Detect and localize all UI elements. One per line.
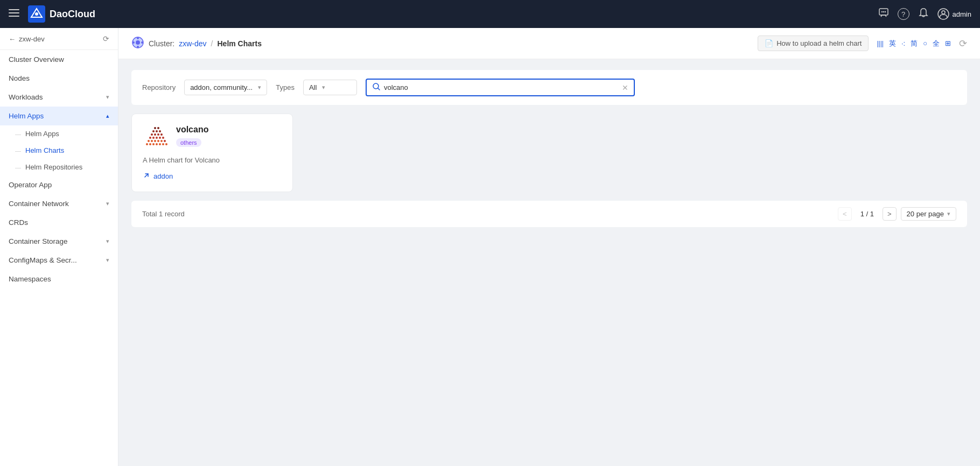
sidebar-item-helm-apps-sub[interactable]: Helm Apps (0, 125, 118, 142)
lang-icon-simplified[interactable]: 简 (909, 38, 919, 50)
svg-point-5 (35, 12, 38, 16)
pagination-controls: < 1 / 1 > 20 per page ▾ (838, 207, 956, 221)
sidebar-item-operator-app[interactable]: Operator App (0, 175, 118, 194)
lang-icon-dot[interactable]: ·: (900, 38, 907, 48)
breadcrumb-cluster-label: Cluster: (149, 39, 174, 48)
sidebar-item-workloads[interactable]: Workloads ▾ (0, 88, 118, 107)
repository-select[interactable]: addon, community... ▾ (184, 80, 267, 95)
svg-point-14 (137, 37, 139, 39)
svg-point-30 (160, 140, 163, 142)
sidebar-item-cluster-overview[interactable]: Cluster Overview (0, 50, 118, 69)
lang-icon-full[interactable]: 全 (931, 38, 941, 50)
breadcrumb: Cluster: zxw-dev / Helm Charts (131, 36, 262, 51)
sidebar-item-nodes[interactable]: Nodes (0, 69, 118, 88)
svg-point-40 (160, 133, 163, 136)
lang-icon-bars[interactable]: |||| (875, 39, 885, 48)
sidebar-label-helm-apps: Helm Apps (9, 112, 44, 120)
sidebar-label-crds: CRDs (9, 218, 28, 227)
svg-point-16 (132, 41, 135, 44)
svg-point-13 (136, 40, 140, 45)
next-page-button[interactable]: > (883, 207, 897, 221)
help-icon[interactable]: ? (898, 8, 909, 20)
chat-icon[interactable] (878, 8, 889, 21)
pagination-bar: Total 1 record < 1 / 1 > 20 per page ▾ (131, 201, 967, 227)
search-clear-button[interactable]: ✕ (622, 83, 628, 92)
top-navigation: DaoCloud ? admin (0, 0, 980, 28)
sidebar-item-helm-charts[interactable]: Helm Charts (0, 142, 118, 159)
types-chevron-icon: ▾ (322, 84, 325, 91)
repo-link-icon (143, 172, 150, 181)
doc-icon: 📄 (765, 39, 773, 47)
svg-point-27 (151, 140, 153, 142)
search-icon (372, 82, 381, 93)
charts-grid: volcano others A Helm chart for Volcano (131, 114, 967, 192)
upload-helm-link[interactable]: 📄 How to upload a helm chart (758, 36, 869, 51)
svg-point-36 (162, 137, 164, 139)
repo-chevron-icon: ▾ (258, 84, 261, 91)
sidebar-label-container-storage: Container Storage (9, 237, 68, 245)
breadcrumb-cluster-name[interactable]: zxw-dev (179, 39, 206, 48)
per-page-label: 20 per page (907, 210, 944, 218)
lang-icon-circle[interactable]: ○ (921, 38, 929, 48)
sidebar-item-helm-repositories[interactable]: Helm Repositories (0, 159, 118, 175)
sidebar-label-container-network: Container Network (9, 200, 69, 208)
svg-point-26 (148, 140, 150, 142)
content-area: Repository addon, community... ▾ Types A… (118, 59, 980, 238)
types-select[interactable]: All ▾ (303, 80, 357, 95)
chevron-up-icon: ▴ (106, 112, 109, 119)
chart-card-volcano[interactable]: volcano others A Helm chart for Volcano (131, 114, 293, 192)
card-footer: addon (143, 172, 282, 181)
brand-name: DaoCloud (50, 9, 95, 20)
svg-point-42 (156, 130, 158, 132)
chevron-down-icon-network: ▾ (106, 200, 109, 207)
breadcrumb-separator: / (211, 39, 213, 48)
chevron-down-icon-storage: ▾ (106, 238, 109, 245)
sidebar-label-namespaces: Namespaces (9, 275, 51, 283)
sidebar-label-operator-app: Operator App (9, 181, 52, 189)
brand-logo[interactable]: DaoCloud (28, 5, 95, 23)
cluster-name: zxw-dev (19, 35, 45, 43)
search-box[interactable]: ✕ (366, 79, 635, 96)
chevron-down-icon-config: ▾ (106, 257, 109, 264)
svg-point-20 (149, 143, 151, 145)
per-page-select[interactable]: 20 per page ▾ (901, 207, 956, 221)
sidebar-item-helm-apps[interactable]: Helm Apps ▴ (0, 107, 118, 125)
sidebar-sub-label-helm-charts: Helm Charts (25, 146, 64, 154)
prev-page-button[interactable]: < (838, 207, 852, 221)
sidebar-item-container-storage[interactable]: Container Storage ▾ (0, 232, 118, 251)
svg-point-44 (154, 127, 156, 129)
svg-point-37 (151, 133, 153, 136)
upload-link-label: How to upload a helm chart (776, 39, 862, 47)
page-refresh-button[interactable]: ⟳ (959, 38, 967, 50)
lang-icon-grid[interactable]: ⊞ (943, 38, 953, 48)
svg-point-34 (156, 137, 158, 139)
svg-rect-1 (9, 12, 19, 13)
svg-point-25 (165, 143, 167, 145)
sidebar-back-button[interactable]: ← zxw-dev (9, 35, 45, 43)
main-content: Cluster: zxw-dev / Helm Charts 📄 How to … (118, 28, 980, 466)
sidebar-sub-label-helm-repositories: Helm Repositories (25, 163, 82, 171)
repo-select-value: addon, community... (190, 83, 253, 91)
menu-icon[interactable] (9, 8, 19, 21)
sidebar-label-workloads: Workloads (9, 93, 43, 101)
svg-point-33 (152, 137, 155, 139)
svg-point-43 (159, 130, 161, 132)
sidebar-item-container-network[interactable]: Container Network ▾ (0, 194, 118, 213)
user-menu[interactable]: admin (937, 8, 971, 20)
search-input[interactable] (384, 83, 622, 91)
sidebar-item-crds[interactable]: CRDs (0, 213, 118, 232)
sidebar-sub-label-helm-apps: Helm Apps (25, 130, 59, 138)
card-description: A Helm chart for Volcano (143, 156, 282, 164)
bell-icon[interactable] (918, 8, 929, 21)
svg-point-7 (881, 11, 882, 12)
sidebar-item-configmaps[interactable]: ConfigMaps & Secr... ▾ (0, 251, 118, 270)
breadcrumb-page-name: Helm Charts (217, 39, 261, 48)
svg-point-19 (146, 143, 148, 145)
types-label: Types (276, 83, 295, 91)
sidebar-refresh-icon[interactable]: ⟳ (103, 34, 109, 43)
sidebar-item-namespaces[interactable]: Namespaces (0, 270, 118, 288)
svg-point-21 (152, 143, 155, 145)
svg-point-31 (164, 140, 166, 142)
language-icons: |||| 英 ·: 简 ○ 全 ⊞ (875, 38, 953, 50)
lang-icon-en[interactable]: 英 (887, 38, 898, 50)
